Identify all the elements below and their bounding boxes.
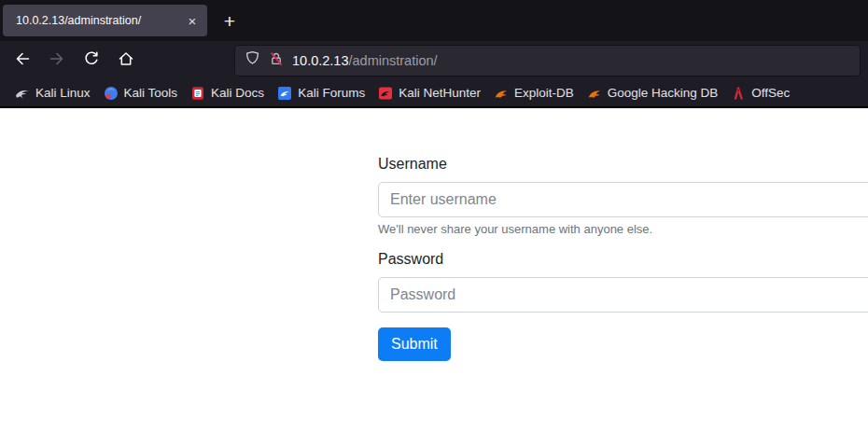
- username-help-text: We'll never share your username with any…: [378, 222, 868, 236]
- back-button[interactable]: [7, 47, 37, 75]
- bookmark-label: Google Hacking DB: [608, 86, 719, 100]
- username-label: Username: [378, 156, 868, 173]
- page-content: Username We'll never share your username…: [0, 108, 868, 429]
- exploit-db-icon: [494, 86, 509, 101]
- forward-arrow-icon: [49, 50, 65, 71]
- tab-bar: 10.0.2.13/adminstration/ × +: [0, 0, 868, 41]
- username-group: Username We'll never share your username…: [378, 156, 868, 236]
- home-icon: [118, 50, 134, 71]
- home-button[interactable]: [111, 47, 141, 75]
- back-arrow-icon: [14, 50, 31, 71]
- new-tab-button[interactable]: +: [217, 7, 243, 34]
- password-group: Password: [378, 251, 868, 313]
- submit-button[interactable]: Submit: [378, 327, 451, 361]
- bookmark-kali-tools[interactable]: Kali Tools: [97, 83, 185, 104]
- bookmark-label: OffSec: [751, 86, 790, 100]
- url-path: /adminstration/: [348, 53, 437, 68]
- bookmark-offsec[interactable]: OffSec: [724, 83, 796, 104]
- forward-button[interactable]: [42, 47, 72, 75]
- bookmark-exploit-db[interactable]: Exploit-DB: [487, 83, 581, 104]
- url-text: 10.0.2.13/adminstration/: [292, 53, 438, 68]
- login-form: Username We'll never share your username…: [378, 156, 868, 361]
- kali-forums-icon: [277, 86, 292, 101]
- username-input[interactable]: [378, 182, 868, 217]
- password-label: Password: [378, 251, 868, 268]
- browser-tab[interactable]: 10.0.2.13/adminstration/ ×: [3, 5, 207, 36]
- url-host: 10.0.2.13: [292, 53, 348, 68]
- bookmark-kali-linux[interactable]: Kali Linux: [8, 83, 97, 104]
- offsec-icon: [731, 86, 746, 101]
- bookmark-label: Kali Forums: [298, 86, 365, 100]
- bookmark-kali-nethunter[interactable]: Kali NetHunter: [371, 83, 487, 104]
- bookmark-label: Kali NetHunter: [399, 86, 481, 100]
- bookmark-label: Exploit-DB: [514, 86, 574, 100]
- kali-tools-icon: [104, 86, 119, 101]
- reload-icon: [83, 50, 100, 71]
- reload-button[interactable]: [77, 47, 106, 75]
- tab-title: 10.0.2.13/adminstration/: [16, 14, 183, 27]
- bookmark-google-hacking-db[interactable]: Google Hacking DB: [581, 83, 725, 104]
- password-input[interactable]: [378, 277, 868, 313]
- bookmark-kali-docs[interactable]: Kali Docs: [184, 83, 271, 104]
- kali-docs-icon: [190, 86, 205, 101]
- bookmark-label: Kali Docs: [211, 86, 264, 100]
- bookmark-label: Kali Linux: [35, 86, 91, 100]
- navigation-toolbar: 10.0.2.13/adminstration/: [0, 41, 868, 79]
- insecure-lock-icon[interactable]: [269, 51, 284, 70]
- tab-close-icon[interactable]: ×: [183, 11, 202, 30]
- shield-icon[interactable]: [245, 50, 260, 70]
- bookmarks-toolbar: Kali Linux Kali Tools Kali Docs Kali For…: [0, 79, 868, 108]
- bookmark-kali-forums[interactable]: Kali Forums: [271, 83, 371, 104]
- google-hacking-db-icon: [587, 86, 602, 101]
- bookmark-label: Kali Tools: [124, 86, 178, 100]
- url-bar[interactable]: 10.0.2.13/adminstration/: [234, 45, 861, 76]
- kali-nethunter-icon: [378, 86, 393, 101]
- kali-linux-icon: [15, 86, 30, 101]
